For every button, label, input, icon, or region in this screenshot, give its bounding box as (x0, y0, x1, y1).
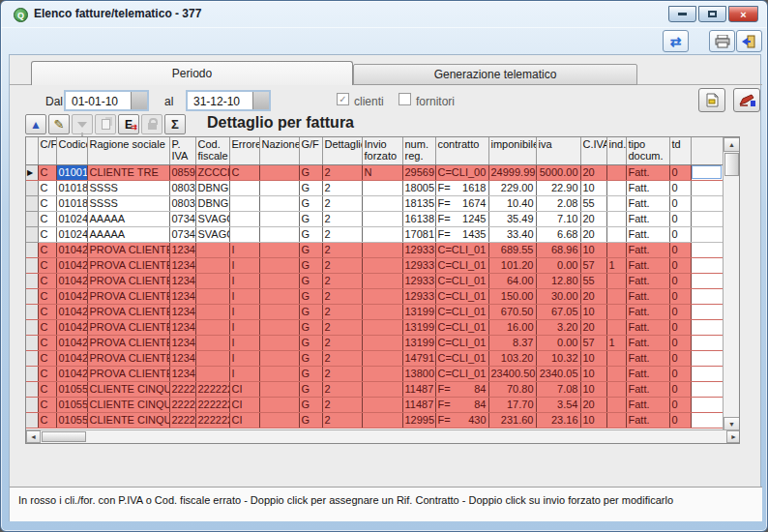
cell[interactable]: 2 (322, 381, 362, 397)
cell[interactable]: 1234 (169, 366, 195, 381)
cell[interactable]: 55 (580, 273, 606, 288)
cell[interactable]: PROVA CLIENTE (87, 273, 169, 288)
cell[interactable]: 0 (669, 319, 691, 335)
cell[interactable]: 0 (669, 397, 691, 412)
cell[interactable] (195, 288, 229, 304)
cell[interactable]: 68.96 (536, 242, 580, 257)
cell[interactable] (606, 164, 626, 180)
row-marker[interactable] (26, 397, 38, 412)
date-to-field[interactable]: 31-12-10 (186, 90, 271, 111)
column-header-contratto[interactable]: contratto (435, 137, 488, 164)
column-header-nazione[interactable]: Nazione (259, 137, 299, 164)
cell-empty[interactable] (691, 226, 723, 242)
cell[interactable]: 0803 (169, 180, 195, 195)
cell[interactable]: 35.49 (488, 211, 536, 226)
cell[interactable]: F=1435 (435, 226, 488, 242)
cell[interactable]: 01055 (56, 397, 87, 412)
cell[interactable]: 01042 (56, 288, 87, 304)
cell[interactable] (362, 397, 402, 412)
cell[interactable] (362, 304, 402, 319)
export-document-button[interactable] (698, 88, 725, 112)
cell[interactable]: F=430 (435, 412, 488, 428)
cell[interactable]: 2 (322, 226, 362, 242)
cell[interactable]: PROVA CLIENTE (87, 366, 169, 381)
cell[interactable]: C=CLI_01 (435, 242, 488, 257)
column-header-imponibile[interactable]: imponibile (488, 137, 536, 164)
cell[interactable]: 0 (669, 180, 691, 195)
cell[interactable] (259, 180, 299, 195)
cell[interactable]: 64.00 (488, 273, 536, 288)
cell[interactable]: 10 (580, 366, 606, 381)
column-header-errore[interactable]: Errore (229, 137, 259, 164)
column-header-c-f[interactable]: C/F (38, 137, 56, 164)
cell[interactable]: G (299, 319, 322, 335)
table-row[interactable]: C01055CLIENTE CINQU2222222222CIG211487F=… (26, 397, 723, 412)
table-row[interactable]: C01024AAAAA0734SVAGCG217081F=143533.406.… (26, 226, 723, 242)
cell[interactable]: 2222 (169, 397, 195, 412)
cell[interactable]: 01042 (56, 273, 87, 288)
cell[interactable]: 2 (322, 397, 362, 412)
cell[interactable]: 16138 (402, 211, 435, 226)
cell[interactable]: 2 (322, 180, 362, 195)
cell[interactable]: 0 (669, 164, 691, 180)
column-header-dettaglio[interactable]: Dettaglio (322, 137, 362, 164)
cell[interactable]: 13800 (402, 366, 435, 381)
date-to-value[interactable]: 31-12-10 (188, 92, 252, 109)
table-row[interactable]: C01055CLIENTE CINQU2222222222CIG212995F=… (26, 412, 723, 428)
cell[interactable]: C (38, 350, 56, 366)
cell[interactable]: 1234 (169, 288, 195, 304)
sign-button[interactable] (733, 88, 760, 112)
cell[interactable]: 0.00 (536, 335, 580, 350)
row-marker[interactable] (26, 304, 38, 319)
row-marker[interactable] (26, 195, 38, 211)
cell[interactable] (259, 319, 299, 335)
cell[interactable]: I (229, 366, 259, 381)
cell[interactable] (259, 335, 299, 350)
cell[interactable]: 33.40 (488, 226, 536, 242)
table-row[interactable]: C01042PROVA CLIENTE1234IG213199C=CLI_016… (26, 304, 723, 319)
table-row[interactable]: C01042PROVA CLIENTE1234IG212933C=CLI_011… (26, 257, 723, 273)
cell[interactable]: C (38, 226, 56, 242)
cell[interactable] (195, 319, 229, 335)
cell[interactable]: F=1618 (435, 180, 488, 195)
cell[interactable]: Fatt. (626, 304, 669, 319)
date-from-value[interactable]: 01-01-10 (66, 92, 131, 109)
cell[interactable] (259, 226, 299, 242)
cell[interactable]: G (299, 304, 322, 319)
cell[interactable] (362, 211, 402, 226)
cell[interactable]: 2 (322, 273, 362, 288)
cell[interactable]: 0859 (169, 164, 195, 180)
cell[interactable]: 20 (580, 397, 606, 412)
column-header-num-reg-[interactable]: num. reg. (402, 137, 435, 164)
cell[interactable]: 0 (669, 273, 691, 288)
cell[interactable]: Fatt. (626, 335, 669, 350)
cell[interactable] (195, 242, 229, 257)
table-row[interactable]: C01024AAAAA0734SVAGCG216138F=124535.497.… (26, 211, 723, 226)
cell[interactable]: 12.80 (536, 273, 580, 288)
cell[interactable]: C=CLI_01 (435, 288, 488, 304)
cell-empty[interactable] (691, 366, 723, 381)
cell-empty[interactable] (691, 195, 723, 211)
row-marker[interactable] (26, 242, 38, 257)
row-marker[interactable] (26, 273, 38, 288)
column-header-cod-fiscale[interactable]: Cod. fiscale (195, 137, 229, 164)
cell[interactable] (195, 304, 229, 319)
edit-button[interactable]: ✎ (48, 114, 70, 134)
row-marker[interactable] (26, 257, 38, 273)
cell[interactable] (195, 366, 229, 381)
cell[interactable]: C (38, 242, 56, 257)
cell-empty[interactable] (691, 211, 723, 226)
cell[interactable]: C (229, 164, 259, 180)
cell[interactable]: F=84 (435, 381, 488, 397)
cell[interactable]: 10.40 (488, 195, 536, 211)
cell[interactable]: C=CLI_01 (435, 335, 488, 350)
cell[interactable]: SSSS (87, 195, 169, 211)
cell[interactable]: ZCCCL (195, 164, 229, 180)
cell[interactable]: 18005 (402, 180, 435, 195)
clienti-checkbox[interactable]: ✓ (337, 93, 349, 105)
cell[interactable] (259, 164, 299, 180)
cell[interactable]: 01024 (56, 226, 87, 242)
cell[interactable]: 01042 (56, 350, 87, 366)
exit-button[interactable] (736, 30, 762, 52)
cell[interactable]: N (362, 164, 402, 180)
